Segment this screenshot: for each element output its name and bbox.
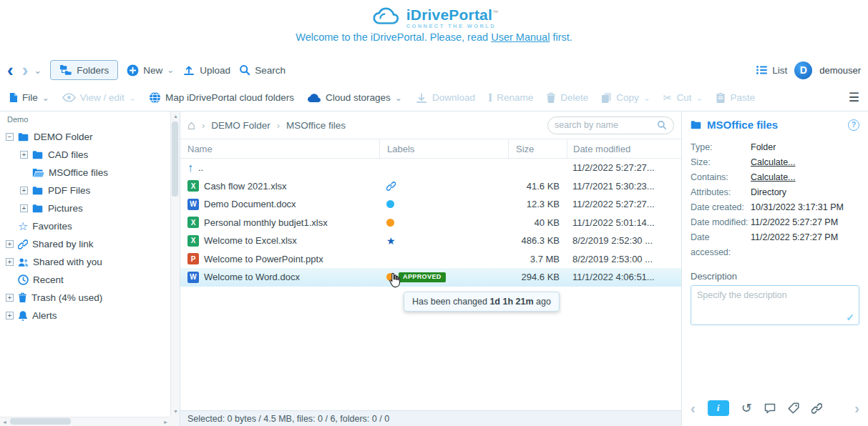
links-tab-button[interactable] bbox=[811, 403, 822, 414]
new-button-label: New bbox=[143, 65, 162, 76]
welcome-message: Welcome to the iDrivePortal. Please, rea… bbox=[0, 31, 868, 43]
table-row-welcome-excel[interactable]: X Welcome to Excel.xlsx ★ 486.3 KB 8/2/2… bbox=[180, 232, 681, 250]
sidebar-item-favorites[interactable]: ☆ Favorites bbox=[6, 217, 168, 235]
user-manual-link[interactable]: User Manual bbox=[491, 31, 550, 43]
file-size: 294.6 KB bbox=[508, 272, 567, 282]
paste-button[interactable]: Paste bbox=[716, 92, 755, 104]
calculate-contains-link[interactable]: Calculate... bbox=[751, 170, 796, 185]
breadcrumb-msoffice-files[interactable]: MSOffice files bbox=[286, 120, 346, 131]
property-row: Date accessed: 11/2/2022 5:27:27 PM bbox=[691, 230, 859, 260]
table-row-welcome-word[interactable]: W Welcome to Word.docx APPROVED 294.6 KB… bbox=[180, 268, 681, 287]
expand-expander-icon[interactable]: + bbox=[6, 258, 14, 266]
logo: iDrivePortal™ CONNECT THE WORLD bbox=[0, 0, 868, 29]
username[interactable]: demouser bbox=[819, 65, 861, 76]
vertical-scrollbar-thumb[interactable] bbox=[172, 122, 178, 197]
back-icon[interactable]: ‹ bbox=[7, 63, 14, 77]
table-row-welcome-powerpoint[interactable]: P Welcome to PowerPoint.pptx 3.7 MB 8/2/… bbox=[180, 250, 681, 269]
sidebar-horizontal-scrollbar[interactable]: ◄ ► bbox=[0, 417, 170, 426]
orange-label-dot[interactable] bbox=[386, 219, 394, 227]
delete-button[interactable]: Delete bbox=[546, 92, 588, 104]
property-label: Contains: bbox=[691, 170, 751, 185]
details-tab-bar: ‹ i ↺ › bbox=[691, 397, 859, 422]
help-icon[interactable]: ? bbox=[848, 119, 859, 131]
sidebar-item-pdf-files[interactable]: + PDF Files bbox=[20, 182, 168, 199]
sidebar-item-demo-folder[interactable]: − DEMO Folder bbox=[6, 128, 168, 146]
history-dropdown-icon[interactable]: ⌄ bbox=[34, 65, 42, 76]
user-avatar[interactable]: D bbox=[794, 61, 812, 79]
search-button[interactable]: Search bbox=[239, 64, 286, 76]
view-edit-button[interactable]: View / edit ⌄ bbox=[62, 92, 136, 103]
horizontal-scrollbar-thumb[interactable] bbox=[10, 418, 71, 425]
sidebar-item-cad-files[interactable]: + CAD files bbox=[20, 146, 168, 164]
upload-button[interactable]: Upload bbox=[182, 64, 230, 76]
sidebar-item-pictures[interactable]: + Pictures bbox=[20, 199, 168, 217]
chevron-down-icon: ⌄ bbox=[696, 93, 703, 103]
new-button[interactable]: New ⌄ bbox=[127, 64, 174, 76]
scroll-down-icon[interactable]: ▼ bbox=[171, 407, 180, 416]
approved-badge[interactable]: APPROVED bbox=[399, 272, 446, 282]
description-textarea[interactable] bbox=[691, 285, 859, 325]
comments-tab-button[interactable] bbox=[764, 403, 776, 414]
copy-button[interactable]: Copy ⌄ bbox=[601, 92, 650, 104]
column-header-date-modified[interactable]: Date modified bbox=[573, 144, 630, 154]
collapse-expander-icon[interactable]: − bbox=[6, 133, 14, 141]
column-header-labels[interactable]: Labels bbox=[387, 144, 414, 154]
column-header-name[interactable]: Name bbox=[187, 144, 213, 154]
table-row-personal-budget[interactable]: X Personal monthly budjet1.xlsx 40 KB 11… bbox=[180, 214, 681, 232]
panel-prev-icon[interactable]: ‹ bbox=[691, 401, 696, 415]
download-button[interactable]: Download bbox=[415, 92, 475, 104]
forward-icon[interactable]: › bbox=[22, 63, 29, 77]
trash-icon bbox=[546, 92, 556, 104]
history-tab-button[interactable]: ↺ bbox=[741, 402, 752, 415]
labels-tab-button[interactable] bbox=[788, 402, 799, 414]
sidebar-item-alerts[interactable]: + Alerts bbox=[6, 307, 168, 325]
info-tab-button[interactable]: i bbox=[708, 400, 729, 416]
star-label-icon[interactable]: ★ bbox=[386, 236, 396, 246]
confirm-check-icon[interactable]: ✓ bbox=[846, 312, 854, 323]
map-cloud-folders-button[interactable]: Map iDrivePortal cloud folders bbox=[149, 91, 294, 104]
expand-expander-icon[interactable]: + bbox=[6, 294, 14, 302]
search-by-name-box[interactable] bbox=[547, 117, 674, 134]
properties-list: Type: Folder Size: Calculate... Contains… bbox=[691, 140, 859, 260]
expand-expander-icon[interactable]: + bbox=[6, 312, 14, 320]
search-icon[interactable] bbox=[657, 120, 667, 130]
table-row-cash-flow[interactable]: X Cash flow 2021.xlsx 41.6 KB 11/7/2021 … bbox=[180, 177, 681, 196]
details-panel: MSOffice files ? Type: Folder Size: Calc… bbox=[682, 112, 868, 426]
panel-next-icon[interactable]: › bbox=[854, 401, 859, 415]
expand-expander-icon[interactable]: + bbox=[20, 151, 28, 159]
cut-button[interactable]: ✂ Cut ⌄ bbox=[663, 92, 703, 103]
expander-placeholder bbox=[6, 222, 14, 230]
search-by-name-input[interactable] bbox=[555, 120, 657, 130]
scroll-left-icon[interactable]: ◄ bbox=[0, 417, 9, 426]
sidebar-item-msoffice-files[interactable]: MSOffice files bbox=[20, 164, 168, 182]
table-row-demo-document[interactable]: W Demo Document.docx 12.3 KB 11/2/2022 5… bbox=[180, 195, 681, 214]
folders-button[interactable]: Folders bbox=[50, 60, 118, 80]
sidebar-item-trash[interactable]: + Trash (4% used) bbox=[6, 289, 168, 307]
sidebar-item-shared-by-link[interactable]: + Shared by link bbox=[6, 235, 168, 253]
cloud-storages-button[interactable]: Cloud storages ⌄ bbox=[307, 92, 402, 103]
up-level-icon: ↑ bbox=[187, 162, 193, 174]
expand-expander-icon[interactable]: + bbox=[20, 187, 28, 194]
breadcrumb-demo-folder[interactable]: DEMO Folder bbox=[211, 120, 270, 131]
plus-circle-icon bbox=[127, 64, 139, 76]
menu-hamburger-icon[interactable]: ☰ bbox=[849, 90, 859, 105]
property-value: 11/2/2022 5:27:27 PM bbox=[751, 230, 838, 260]
file-menu[interactable]: File ⌄ bbox=[9, 92, 49, 103]
column-header-size[interactable]: Size bbox=[516, 144, 534, 154]
sidebar-item-shared-with-you[interactable]: + Shared with you bbox=[6, 253, 168, 271]
scroll-right-icon[interactable]: ► bbox=[161, 417, 170, 426]
file-date-modified: 11/2/2022 5:27:27... bbox=[567, 162, 681, 173]
expand-expander-icon[interactable]: + bbox=[6, 240, 14, 248]
blue-label-dot[interactable] bbox=[386, 200, 394, 208]
expand-expander-icon[interactable]: + bbox=[20, 204, 28, 212]
list-view-button[interactable]: List bbox=[756, 64, 787, 76]
sidebar-item-recent[interactable]: Recent bbox=[6, 271, 168, 289]
sidebar-vertical-scrollbar[interactable]: ▲ ▼ bbox=[170, 112, 180, 416]
calculate-size-link[interactable]: Calculate... bbox=[751, 155, 796, 170]
rename-button[interactable]: I Rename bbox=[488, 92, 533, 104]
scroll-up-icon[interactable]: ▲ bbox=[171, 112, 180, 121]
orange-label-dot[interactable] bbox=[386, 273, 394, 281]
home-icon[interactable]: ⌂ bbox=[187, 119, 195, 132]
table-row-parent-dir[interactable]: ↑ .. 11/2/2022 5:27:27... bbox=[180, 159, 681, 177]
shared-link-label-icon[interactable] bbox=[386, 182, 396, 191]
